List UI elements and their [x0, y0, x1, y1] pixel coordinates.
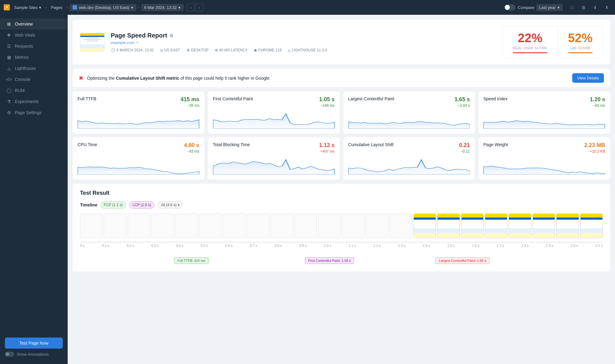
- ruler-tick: 1.0 s: [324, 244, 331, 247]
- metric-header: Full TTFB 415 ms −35 ms: [78, 96, 199, 108]
- overview-icon: ⊞: [6, 22, 12, 26]
- show-annotations-toggle[interactable]: Show Annotations: [5, 352, 63, 357]
- external-link-btn[interactable]: ⬡: [567, 3, 576, 12]
- ruler-line: [80, 242, 603, 242]
- breadcrumb-sep-1: ›: [46, 5, 47, 10]
- timeline-pill-lcp[interactable]: LCP (1.6 s): [129, 201, 154, 209]
- real-user-score-label: REAL USER SCORE: [513, 46, 547, 50]
- frame-content: [461, 214, 483, 238]
- sidebar-item-label-lighthouse: Lighthouse: [15, 66, 36, 71]
- meta-latency: ⊕ 40 MS LATENCY: [215, 48, 247, 52]
- sidebar-item-lighthouse[interactable]: ◬ Lighthouse: [0, 63, 68, 74]
- metric-name: Largest Contentful Paint: [348, 96, 394, 101]
- metric-header: Speed Index 1.20 s −81 ms: [483, 96, 605, 108]
- sidebar-item-metrics[interactable]: ▦ Metrics: [0, 52, 68, 63]
- metric-value-group: 415 ms −35 ms: [181, 96, 199, 108]
- report-header: Page Speed Report ⚙ example.com ↗ 🕐 6 MA…: [73, 20, 610, 65]
- meta-lighthouse: ◬ LIGHTHOUSE 11.3.0: [288, 48, 327, 52]
- ruler-tick: 0.3 s: [151, 244, 158, 247]
- meta-browser: ◉ CHROME 119: [254, 48, 282, 52]
- sidebar-item-experiments[interactable]: ⚗ Experiments: [0, 96, 68, 107]
- timeline-pill-fcp[interactable]: FCP (1.1 s): [101, 201, 126, 209]
- metric-delta: −149 ms: [319, 103, 334, 108]
- compare-toggle: Compare: [504, 4, 534, 10]
- test-page-button[interactable]: Test Page Now: [5, 338, 63, 349]
- sidebar-item-overview[interactable]: ⊞ Overview: [0, 18, 68, 30]
- sidebar-bottom: Test Page Now Show Annotations: [0, 334, 68, 360]
- ruler-tick: 0.5 s: [201, 244, 208, 247]
- frame-slot: [533, 214, 555, 238]
- frame-content: [414, 214, 436, 238]
- breadcrumb-sample-sites[interactable]: Sample Sites ▾: [12, 4, 44, 11]
- metric-card-speed-index: Speed Index 1.20 s −81 ms: [478, 91, 610, 134]
- test-result-section: Test Result Timeline FCP (1.1 s) LCP (1.…: [73, 184, 610, 271]
- share-btn[interactable]: ⬆: [602, 3, 611, 12]
- timeline-pill-all[interactable]: All (4.6 s) ▾: [158, 201, 183, 209]
- report-url[interactable]: example.com ↗: [111, 40, 497, 45]
- frame-content: [437, 214, 459, 238]
- sidebar-item-page-settings[interactable]: ⚙ Page Settings: [0, 107, 68, 118]
- frame-content: [581, 214, 602, 238]
- download-btn[interactable]: ⬇: [590, 3, 600, 12]
- date-selector[interactable]: 6 Mar 2024, 13:32 ▾: [141, 4, 184, 11]
- clock-icon: 🕐: [111, 48, 115, 52]
- sidebar-item-requests[interactable]: ☰ Requests: [0, 41, 68, 52]
- score-boxes: 22% REAL USER SCORE 52% LAB SCORE: [503, 26, 603, 58]
- last-year-selector[interactable]: Last year ▾: [536, 4, 563, 11]
- metrics-icon: ▦: [6, 55, 12, 60]
- sparkline-svg: [213, 156, 335, 174]
- frame-slot: [485, 214, 507, 238]
- frame-slot: [556, 214, 579, 238]
- sparkline-svg: [348, 156, 470, 174]
- sidebar-item-console[interactable]: </> Console: [0, 74, 68, 85]
- ruler-tick: 0.6 s: [225, 244, 233, 247]
- metric-name: Page Weight: [483, 142, 508, 147]
- ruler-ticks: 0 s0.1 s0.2 s0.3 s0.4 s0.5 s0.6 s0.7 s0.…: [80, 244, 603, 247]
- browser-icon: ◉: [254, 48, 257, 52]
- metric-value-group: 2.23 MB +10.2 KB: [584, 142, 605, 154]
- report-settings-icon[interactable]: ⚙: [170, 33, 174, 38]
- breadcrumb-pages[interactable]: Pages: [49, 4, 65, 11]
- metric-value: 1.65 s: [454, 96, 470, 103]
- topnav: P Sample Sites ▾ › Pages › web.dev (Desk…: [0, 0, 615, 15]
- ruler-tick: 0.4 s: [176, 244, 183, 247]
- web-vitals-icon: ✚: [6, 33, 12, 38]
- metric-card-cumulative-layout-shift: Cumulative Layout Shift 0.21 −0.11: [343, 137, 475, 179]
- timeline-label: Timeline: [80, 202, 98, 207]
- breadcrumb-page-url[interactable]: web.dev (Desktop, US East) ▾: [70, 4, 136, 11]
- sidebar-item-label-overview: Overview: [15, 22, 33, 26]
- metric-header: Total Blocking Time 1.12 s +497 ms: [213, 142, 335, 154]
- sidebar-item-label-web-vitals: Web Vitals: [15, 33, 35, 38]
- report-info: Page Speed Report ⚙ example.com ↗ 🕐 6 MA…: [111, 32, 497, 52]
- frame-slot: [389, 214, 412, 238]
- sidebar-item-label-experiments: Experiments: [15, 99, 39, 104]
- nav-arrows: ‹ ›: [187, 3, 203, 11]
- annotation-area: Full TTFB: 415 ms First Contentful Paint…: [80, 250, 603, 265]
- frame-slot: [128, 214, 150, 238]
- frame-slot: [270, 214, 293, 238]
- sidebar-item-label-rum: RUM: [15, 88, 25, 93]
- metric-value: 4.80 s: [184, 142, 199, 149]
- view-details-button[interactable]: View Details: [572, 73, 604, 83]
- compare-switch[interactable]: [504, 4, 515, 10]
- sites-chevron: ▾: [39, 5, 41, 10]
- frame-slot: [413, 214, 436, 238]
- metric-value-group: 1.20 s −81 ms: [590, 96, 605, 108]
- metric-card-first-contentful-paint: First Contentful Paint 1.05 s −149 ms: [208, 91, 340, 134]
- last-year-chevron: ▾: [557, 5, 560, 10]
- sidebar-item-web-vitals[interactable]: ✚ Web Vitals: [0, 30, 68, 41]
- frame-slot: [247, 214, 269, 238]
- breadcrumb-sep-2: ›: [66, 5, 68, 10]
- sidebar-item-rum[interactable]: ◯ RUM: [0, 85, 68, 96]
- nav-prev-btn[interactable]: ‹: [187, 3, 195, 11]
- lab-score-label: LAB SCORE: [568, 46, 593, 50]
- nav-next-btn[interactable]: ›: [195, 3, 203, 11]
- delete-btn[interactable]: 🗑: [579, 3, 588, 12]
- sparkline-svg: [78, 156, 199, 174]
- lab-score-value: 52%: [568, 31, 593, 45]
- frame-content: [557, 214, 578, 238]
- all-chevron: ▾: [178, 203, 180, 207]
- lab-score-bar: [568, 52, 593, 53]
- annotations-switch[interactable]: [5, 352, 14, 357]
- alert-text: Optimizing the Cumulative Layout Shift m…: [87, 76, 569, 81]
